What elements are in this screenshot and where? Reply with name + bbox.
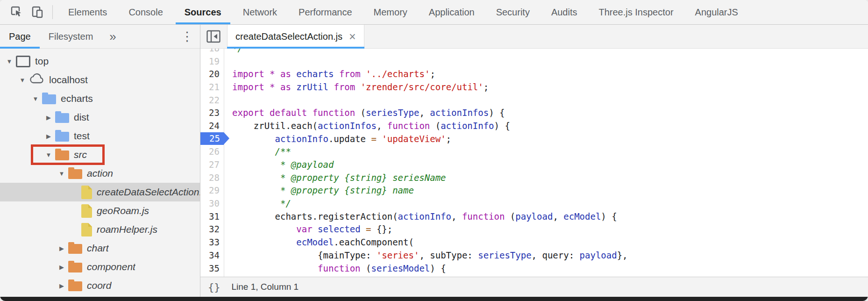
code-line-24: 24 zrUtil.each(actionInfos, function (ac…: [200, 119, 868, 132]
more-tabs-icon[interactable]: »: [109, 30, 116, 43]
tree-item-label: test: [74, 130, 90, 142]
tab-audits[interactable]: Audits: [541, 0, 588, 24]
navigator-tabs: PageFilesystem: [0, 25, 102, 48]
code-line-text: * @payload: [224, 159, 334, 170]
tree-item-localhost[interactable]: ▼localhost: [0, 71, 200, 89]
line-number-23[interactable]: 23: [200, 108, 224, 118]
line-number-32[interactable]: 32: [200, 224, 224, 234]
folder-icon: [42, 94, 56, 104]
source-code-editor[interactable]: 18*/1920import * as echarts from '../ech…: [200, 49, 868, 277]
chevron-expanded-icon[interactable]: ▼: [43, 151, 54, 158]
line-number-19[interactable]: 19: [200, 56, 224, 66]
code-line-text: actionInfo.update = 'updateView';: [224, 134, 451, 144]
tree-item-action[interactable]: ▼action: [0, 164, 200, 183]
editor-pane: createDataSelectAction.js × 18*/1920impo…: [200, 25, 868, 297]
frame-icon: [16, 56, 30, 67]
chevron-expanded-icon[interactable]: ▼: [17, 77, 28, 84]
chevron-expanded-icon[interactable]: ▼: [4, 58, 15, 65]
code-line-text: /**: [224, 146, 291, 157]
tree-item-georoam-js[interactable]: geoRoam.js: [0, 201, 200, 220]
code-line-28: 28 * @property {string} seriesName: [200, 171, 868, 184]
line-number-26[interactable]: 26: [200, 146, 224, 157]
tree-item-coord[interactable]: ▶coord: [0, 276, 200, 295]
tab-application[interactable]: Application: [418, 0, 485, 24]
code-line-text: * @property {string} name: [224, 185, 414, 195]
tree-item-chart[interactable]: ▶chart: [0, 239, 200, 258]
tab-sources[interactable]: Sources: [174, 0, 232, 24]
folder-icon: [55, 132, 69, 142]
tree-item-top[interactable]: ▼top: [0, 52, 200, 71]
line-number-21[interactable]: 21: [200, 82, 224, 92]
inspect-element-icon[interactable]: [10, 6, 23, 19]
tab-console[interactable]: Console: [118, 0, 173, 24]
chevron-collapsed-icon[interactable]: ▶: [56, 282, 67, 289]
line-number-27[interactable]: 27: [200, 159, 224, 170]
navigator-header: PageFilesystem » ⋮: [0, 25, 200, 49]
code-line-35: 35 function (seriesModel) {: [200, 262, 868, 275]
chevron-collapsed-icon[interactable]: ▶: [56, 245, 67, 252]
line-number-28[interactable]: 28: [200, 172, 224, 183]
line-number-25[interactable]: 2525: [200, 134, 224, 144]
line-number-33[interactable]: 33: [200, 237, 224, 247]
code-line-25: 2525 actionInfo.update = 'updateView';: [200, 132, 868, 145]
tree-item-label: roamHelper.js: [97, 224, 157, 235]
tree-item-dist[interactable]: ▶dist: [0, 108, 200, 127]
code-line-26: 26 /**: [200, 145, 868, 158]
line-number-34[interactable]: 34: [200, 250, 224, 260]
file-icon: [81, 186, 92, 199]
code-line-19: 19: [200, 55, 868, 68]
close-tab-icon[interactable]: ×: [349, 31, 356, 43]
tree-item-test[interactable]: ▶test: [0, 127, 200, 145]
caret-position-label: Line 1, Column 1: [232, 282, 299, 292]
code-line-text: ecModel.eachComponent(: [224, 237, 414, 247]
folder-icon: [68, 244, 82, 254]
tab-memory[interactable]: Memory: [363, 0, 418, 24]
tab-angularjs[interactable]: AngularJS: [684, 0, 749, 24]
tree-item-component[interactable]: ▶component: [0, 258, 200, 276]
chevron-expanded-icon[interactable]: ▼: [30, 95, 41, 102]
line-number-29[interactable]: 29: [200, 185, 224, 195]
folder-icon: [55, 113, 69, 123]
overflow-menu-icon[interactable]: ⋮: [181, 30, 193, 43]
line-number-20[interactable]: 20: [200, 69, 224, 79]
line-number-22[interactable]: 22: [200, 95, 224, 105]
code-line-text: import * as zrUtil from 'zrender/src/cor…: [224, 82, 489, 92]
tab-performance[interactable]: Performance: [288, 0, 363, 24]
tree-item-label: component: [87, 261, 135, 272]
window-bottom-edge: [0, 297, 868, 301]
navigator-tab-page[interactable]: Page: [0, 25, 40, 48]
tab-elements[interactable]: Elements: [57, 0, 118, 24]
chevron-expanded-icon[interactable]: ▼: [56, 170, 67, 177]
execution-line-marker-arrow: [224, 132, 229, 144]
line-number-31[interactable]: 31: [200, 211, 224, 222]
tree-item-label: chart: [87, 243, 109, 254]
chevron-collapsed-icon[interactable]: ▶: [43, 133, 54, 140]
tree-item-echarts[interactable]: ▼echarts: [0, 89, 200, 108]
tab-network[interactable]: Network: [232, 0, 288, 24]
line-number-35[interactable]: 35: [200, 263, 224, 273]
editor-tab-title: createDataSelectAction.js: [235, 31, 342, 42]
editor-tab-strip: createDataSelectAction.js ×: [200, 25, 868, 49]
navigator-sidebar: PageFilesystem » ⋮ ▼top▼localhost▼echart…: [0, 25, 200, 297]
line-number-18[interactable]: 18: [200, 49, 224, 53]
navigator-tab-filesystem[interactable]: Filesystem: [40, 25, 102, 48]
line-number-24[interactable]: 24: [200, 121, 224, 131]
pretty-print-icon[interactable]: {}: [208, 281, 221, 293]
hide-navigator-icon[interactable]: [200, 25, 225, 48]
tree-item-src[interactable]: ▼src: [0, 145, 200, 164]
tab-security[interactable]: Security: [485, 0, 541, 24]
toggle-device-toolbar-icon[interactable]: [31, 6, 44, 19]
line-number-30[interactable]: 30: [200, 198, 224, 208]
chevron-collapsed-icon[interactable]: ▶: [43, 114, 54, 121]
tree-item-roamhelper-js[interactable]: roamHelper.js: [0, 220, 200, 239]
tree-item-label: top: [35, 56, 49, 67]
code-line-text: export default function (seriesType, act…: [224, 108, 505, 118]
code-line-text: * @property {string} seriesName: [224, 172, 446, 183]
editor-tab-createDataSelectAction[interactable]: createDataSelectAction.js ×: [227, 25, 364, 48]
tree-item-label: coord: [87, 280, 112, 291]
code-line-text: */: [224, 198, 291, 208]
tree-item-createdataselectaction-js[interactable]: createDataSelectAction.js: [0, 183, 200, 201]
tab-three-js-inspector[interactable]: Three.js Inspector: [588, 0, 684, 24]
chevron-collapsed-icon[interactable]: ▶: [56, 264, 67, 271]
code-line-22: 22: [200, 93, 868, 107]
